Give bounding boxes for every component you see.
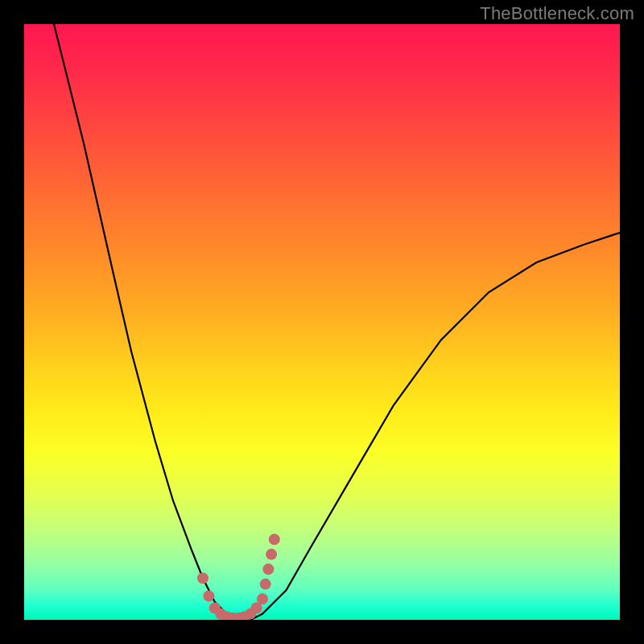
marker-dot bbox=[203, 590, 214, 601]
chart-area bbox=[24, 24, 620, 620]
marker-dot bbox=[197, 572, 208, 584]
marker-dot bbox=[269, 534, 280, 545]
highlight-markers bbox=[197, 534, 280, 620]
marker-dot bbox=[266, 549, 277, 560]
marker-dot bbox=[257, 593, 268, 605]
bottleneck-curve bbox=[54, 24, 620, 620]
watermark-text: TheBottleneck.com bbox=[480, 3, 634, 24]
chart-overlay bbox=[24, 24, 620, 620]
marker-dot bbox=[260, 579, 271, 590]
marker-dot bbox=[262, 564, 274, 575]
